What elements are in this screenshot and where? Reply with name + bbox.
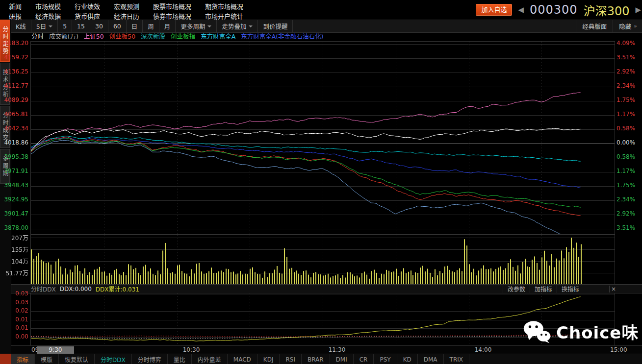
indicator-tab-3[interactable]: 分时DDX — [95, 354, 132, 364]
period-toolbar: K线5日5153060日周月更多周期走势叠加到价提醒 经典版面隐藏» — [11, 20, 642, 33]
menu-item-4[interactable]: 股票市场概况 — [153, 1, 191, 11]
layout-buttons: 经典版面隐藏» — [576, 20, 642, 32]
volume-chart-canvas[interactable] — [30, 234, 615, 285]
indicator-tab-7[interactable]: MACD — [228, 354, 257, 364]
menu-item-row2-2[interactable]: 货币供应 — [75, 11, 100, 21]
indicator-tab-8[interactable]: KDJ — [257, 354, 280, 364]
price-axis-right-label-5: 1.17% — [616, 111, 640, 118]
legend-item-1: 成交额(万) — [49, 31, 78, 41]
indicator-tab-14[interactable]: KD — [397, 354, 418, 364]
price-axis-right-label-10: 1.75% — [616, 182, 640, 189]
menu-item-3[interactable]: 宏观预测 — [114, 1, 139, 11]
indicator-tab-6[interactable]: 内外盘差 — [192, 354, 228, 364]
time-label-3: 14:00 — [469, 346, 497, 353]
time-label-4: 15:00 — [610, 346, 638, 353]
indicator-tab-0[interactable]: 指标 — [11, 354, 35, 364]
toolbar-button-1[interactable]: 5日 — [31, 20, 58, 32]
menu-item-row2-3[interactable]: 经济日历 — [114, 11, 139, 21]
ddx-chart-canvas[interactable] — [30, 293, 615, 346]
toolbar-button-4[interactable]: 30 — [90, 20, 108, 32]
indicator-tab-9[interactable]: RSI — [280, 354, 302, 364]
menu-item-0[interactable]: 新闻 — [9, 1, 22, 11]
indicator-tab-11[interactable]: DMI — [330, 354, 354, 364]
legend-item-7: 东方财富全A(非金融石油石化) — [241, 31, 323, 41]
layout-button-1[interactable]: 隐藏» — [613, 20, 642, 32]
price-axis-right-label-9: 1.17% — [616, 168, 640, 174]
price-axis-left-label-10: 3948.43 — [0, 182, 28, 189]
ddx-axis-label-1: 0.03 — [0, 299, 28, 306]
indicator-tab-10[interactable]: BRAR — [302, 354, 330, 364]
security-name: 沪深300 — [584, 1, 630, 19]
menu-item-row2-5[interactable]: 市场开户统计 — [205, 11, 243, 21]
menu-item-1[interactable]: 市场规模 — [35, 1, 61, 11]
ddx-value: DDX:0.000 — [60, 286, 92, 292]
price-axis-left-label-3: 4112.77 — [0, 82, 28, 89]
ddx-cumulative-value: DDX累计:0.031 — [96, 285, 139, 293]
toolbar-button-11[interactable]: 到价提醒 — [258, 20, 293, 32]
indicator-tab-4[interactable]: 分时博弈 — [132, 354, 168, 364]
price-axis-right-label-1: 3.51% — [616, 54, 640, 61]
time-axis: 09 9:30 10:3011:3014:0015:00 — [11, 345, 642, 354]
time-label-1: 10:30 — [178, 346, 205, 353]
toolbar-button-3[interactable]: 15 — [72, 20, 90, 32]
app-window: 新闻市场规模行业绩效宏观预测股票市场概况期货市场概况 研报经济数据货币供应经济日… — [0, 0, 642, 364]
price-axis-left-label-2: 4136.25 — [0, 68, 28, 75]
toolbar-button-6[interactable]: 日 — [127, 20, 143, 32]
volume-axis-label-0: 207万 — [0, 233, 28, 242]
legend-item-6: 东方财富全A — [201, 31, 235, 41]
toolbar-button-7[interactable]: 周 — [143, 20, 159, 32]
price-axis-right-label-7: 0.00% — [616, 139, 640, 146]
indicator-tab-13[interactable]: PSY — [374, 354, 397, 364]
price-axis-left-label-7: 4018.86 — [0, 139, 28, 146]
ddx-axis-label-4: 0.01 — [0, 324, 28, 331]
indicator-tab-5[interactable]: 量比 — [168, 354, 192, 364]
indicator-tab-12[interactable]: CR — [354, 354, 374, 364]
menu-item-row2-4[interactable]: 债券市场概况 — [153, 11, 191, 21]
menu-item-row2-1[interactable]: 经济数据 — [35, 11, 61, 21]
price-chart-canvas[interactable] — [30, 41, 615, 235]
toolbar-button-0[interactable]: K线 — [11, 20, 31, 32]
menu-row-2: 研报经济数据货币供应经济日历债券市场概况市场开户统计 — [9, 11, 243, 20]
indicator-tab-1[interactable]: 模版 — [35, 354, 59, 364]
next-security-arrow-icon[interactable]: ▶ — [635, 5, 641, 14]
price-axis-left-label-0: 4183.20 — [0, 40, 28, 47]
price-axis-left-label-5: 4065.81 — [0, 111, 28, 118]
menu-item-2[interactable]: 行业绩效 — [75, 1, 100, 11]
layout-button-0[interactable]: 经典版面 — [576, 20, 613, 32]
toolbar-button-5[interactable]: 60 — [108, 20, 127, 32]
chart-legend: 分时成交额(万)上证50创业板50深次新股创业板指东方财富全A东方财富全A(非金… — [31, 31, 615, 40]
toolbar-button-2[interactable]: 5 — [58, 20, 72, 32]
ddx-button-1[interactable]: 加指标 — [530, 285, 557, 293]
ddx-panel-buttons: 改参数加指标换指标 — [503, 285, 584, 293]
toolbar-button-10[interactable]: 走势叠加 — [217, 20, 258, 32]
ddx-close-icon[interactable]: × — [609, 286, 617, 292]
add-to-watchlist-button[interactable]: 加入自选 — [476, 4, 512, 16]
period-buttons: K线5日5153060日周月更多周期走势叠加到价提醒 — [11, 20, 293, 32]
main-menu: 新闻市场规模行业绩效宏观预测股票市场概况期货市场概况 研报经济数据货币供应经济日… — [9, 1, 243, 20]
toolbar-button-9[interactable]: 更多周期 — [176, 20, 217, 32]
ddx-title: 分时DDX — [31, 285, 56, 293]
indicator-tab-2[interactable]: 恢复默认 — [59, 354, 95, 364]
dropdown-caret-icon — [207, 25, 211, 27]
ddx-axis-label-0: 0.03 — [0, 290, 28, 297]
price-axis-right-label-4: 1.75% — [616, 97, 640, 103]
menu-item-row2-0[interactable]: 研报 — [9, 11, 22, 21]
ddx-button-0[interactable]: 改参数 — [503, 285, 530, 293]
time-scrollbar-thumb[interactable]: 9:30 — [37, 346, 74, 354]
volume-axis-label-3: 51.77万 — [0, 268, 28, 277]
ddx-button-2[interactable]: 换指标 — [557, 285, 584, 293]
prev-security-arrow-icon[interactable]: ◀ — [518, 5, 524, 14]
price-axis-right-label-8: 0.58% — [616, 153, 640, 160]
indicator-tab-16[interactable]: TRIX — [444, 354, 469, 364]
ddx-panel-header: 分时DDX DDX:0.000 DDX累计:0.031 改参数加指标换指标 × — [11, 284, 642, 293]
indicator-tab-15[interactable]: DMA — [418, 354, 444, 364]
ddx-axis-label-2: 0.02 — [0, 307, 28, 314]
legend-item-2: 上证50 — [84, 31, 104, 41]
toolbar-button-8[interactable]: 月 — [159, 20, 176, 32]
top-menu-bar: 新闻市场规模行业绩效宏观预测股票市场概况期货市场概况 研报经济数据货币供应经济日… — [0, 0, 642, 20]
dropdown-caret-icon — [249, 25, 253, 27]
price-axis-left-label-13: 3878.00 — [0, 224, 28, 231]
bottom-left-corner-block — [0, 354, 11, 364]
price-axis-left-label-4: 4089.29 — [0, 97, 28, 103]
menu-item-5[interactable]: 期货市场概况 — [205, 1, 243, 11]
